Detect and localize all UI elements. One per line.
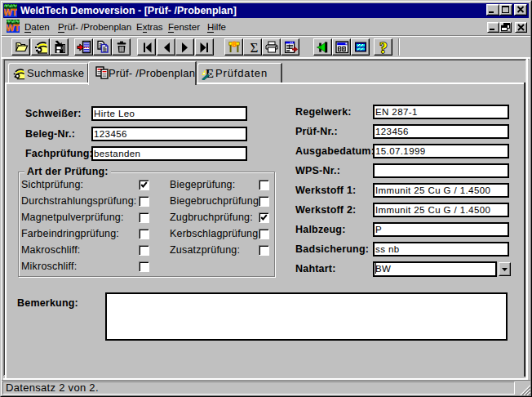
svg-text:WT: WT xyxy=(7,23,20,33)
svg-text:Σ: Σ xyxy=(250,40,258,56)
svg-text:?: ? xyxy=(379,40,388,54)
